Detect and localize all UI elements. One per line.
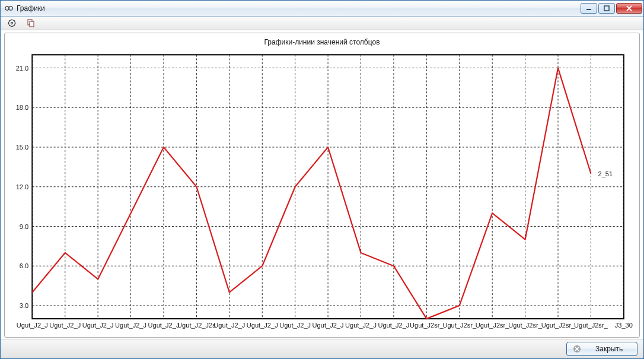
svg-text:Ugut_J2_J: Ugut_J2_J [247,321,278,328]
svg-text:Ugut_J2_J: Ugut_J2_J [17,321,48,328]
svg-text:Ugut_J2_J: Ugut_J2_J [82,321,114,328]
svg-text:15.0: 15.0 [16,144,29,151]
svg-text:Ugut_J2_J: Ugut_J2_J [378,321,409,328]
close-window-button[interactable] [616,3,642,14]
maximize-button[interactable] [598,3,615,14]
svg-rect-3 [604,6,609,11]
svg-text:Ugut_J2_J2s: Ugut_J2_J2s [177,321,216,328]
toolbar [1,17,643,30]
svg-text:Ugut_J2_J: Ugut_J2_J [49,321,81,328]
chart-title: Графики-линии значений столбцов [8,37,636,49]
window-frame: Графики [0,0,644,359]
chart-area: Графики-линии значений столбцов 3.06.09.… [1,30,643,339]
svg-rect-17 [30,21,34,27]
footer: Закрыть [1,339,643,358]
svg-text:Ugut_J2_J: Ugut_J2_J [115,321,146,328]
window-controls [579,3,642,15]
window-title: Графики [17,4,45,12]
svg-text:2_51: 2_51 [598,170,613,177]
close-panel-button[interactable]: Закрыть [566,342,637,356]
svg-text:21.0: 21.0 [16,65,29,72]
svg-text:Ugut_J2sr_: Ugut_J2sr_ [574,321,608,328]
svg-text:9.0: 9.0 [20,223,28,230]
copy-icon[interactable] [25,18,36,28]
svg-text:J3_30: J3_30 [615,321,633,328]
svg-text:6.0: 6.0 [20,262,28,269]
svg-text:Ugut_J2sr_: Ugut_J2sr_ [442,321,476,328]
svg-text:Ugut_J2_J: Ugut_J2_J [148,321,180,328]
svg-text:12.0: 12.0 [16,183,29,190]
svg-text:Ugut_J2sr_: Ugut_J2sr_ [476,321,509,328]
svg-text:3.0: 3.0 [20,302,28,309]
svg-text:Ugut_J2sr_: Ugut_J2sr_ [508,321,542,328]
svg-text:Ugut_J2_J: Ugut_J2_J [313,321,344,328]
close-icon [573,345,581,353]
line-chart: 3.06.09.012.015.018.021.0Ugut_J2_JUgut_J… [8,49,636,336]
svg-text:Ugut_J2sr_: Ugut_J2sr_ [541,321,575,328]
app-icon [4,4,14,13]
minimize-button[interactable] [581,3,597,14]
plot-holder: 3.06.09.012.015.018.021.0Ugut_J2_JUgut_J… [8,49,636,336]
close-panel-label: Закрыть [595,345,623,353]
svg-text:Ugut_J2_J: Ugut_J2_J [279,321,311,328]
chart-panel: Графики-линии значений столбцов 3.06.09.… [4,33,640,338]
settings-gear-icon[interactable] [7,18,17,28]
svg-text:18.0: 18.0 [16,104,29,111]
titlebar: Графики [1,1,643,17]
svg-text:Ugut_J2_J: Ugut_J2_J [213,321,245,328]
svg-text:Ugut_J2_J: Ugut_J2_J [345,321,377,328]
svg-text:Ugut_J2sr_: Ugut_J2sr_ [410,321,444,328]
svg-point-7 [11,22,12,24]
